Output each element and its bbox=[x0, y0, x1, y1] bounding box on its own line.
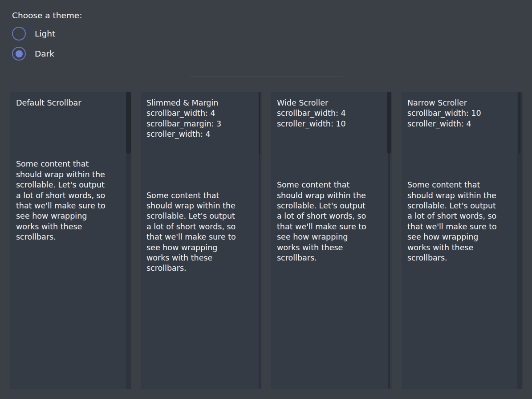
vertical-scrollbar[interactable] bbox=[517, 92, 522, 389]
panel-scroll-viewport[interactable]: Wide Scroller scrollbar_width: 4 scrolle… bbox=[271, 92, 392, 263]
vertical-scrollbar[interactable] bbox=[259, 92, 260, 389]
scrollbar-thumb[interactable] bbox=[259, 92, 260, 154]
radio-label-dark: Dark bbox=[35, 49, 54, 58]
panel-scroll-viewport[interactable]: Default Scrollbar Some content that shou… bbox=[10, 92, 131, 243]
panel-slimmed-margin[interactable]: Slimmed & Margin scrollbar_width: 4 scro… bbox=[141, 92, 262, 389]
panel-narrow-scroller[interactable]: Narrow Scroller scrollbar_width: 10 scro… bbox=[402, 92, 523, 389]
panel-header: Slimmed & Margin scrollbar_width: 4 scro… bbox=[146, 98, 253, 140]
horizontal-divider bbox=[190, 76, 343, 77]
panel-wide-scroller[interactable]: Wide Scroller scrollbar_width: 4 scrolle… bbox=[271, 92, 392, 389]
panel-scroll-viewport[interactable]: Slimmed & Margin scrollbar_width: 4 scro… bbox=[141, 92, 262, 274]
panel-header: Default Scrollbar bbox=[16, 98, 122, 108]
theme-option-dark[interactable]: Dark bbox=[12, 47, 82, 61]
theme-option-light[interactable]: Light bbox=[12, 27, 82, 41]
scrollbar-thumb[interactable] bbox=[387, 92, 391, 154]
radio-button-dark[interactable] bbox=[12, 47, 26, 61]
panel-body-text: Some content that should wrap within the… bbox=[277, 180, 383, 263]
panel-header: Narrow Scroller scrollbar_width: 10 scro… bbox=[407, 98, 514, 129]
vertical-scrollbar[interactable] bbox=[126, 92, 131, 389]
radio-button-light[interactable] bbox=[12, 27, 26, 41]
theme-chooser: Choose a theme: Light Dark bbox=[12, 11, 82, 61]
scrollbar-thumb[interactable] bbox=[519, 92, 520, 154]
panel-body-text: Some content that should wrap within the… bbox=[16, 159, 122, 242]
radio-label-light: Light bbox=[35, 29, 55, 38]
panel-body-text: Some content that should wrap within the… bbox=[146, 191, 253, 274]
panel-scroll-viewport[interactable]: Narrow Scroller scrollbar_width: 10 scro… bbox=[402, 92, 523, 263]
panel-header: Wide Scroller scrollbar_width: 4 scrolle… bbox=[277, 98, 383, 129]
theme-chooser-label: Choose a theme: bbox=[12, 11, 82, 20]
scrollbar-demo-row: Default Scrollbar Some content that shou… bbox=[10, 92, 523, 389]
vertical-scrollbar[interactable] bbox=[387, 92, 391, 389]
panel-default-scrollbar[interactable]: Default Scrollbar Some content that shou… bbox=[10, 92, 131, 389]
scrollbar-thumb[interactable] bbox=[126, 92, 131, 154]
panel-body-text: Some content that should wrap within the… bbox=[407, 180, 514, 263]
